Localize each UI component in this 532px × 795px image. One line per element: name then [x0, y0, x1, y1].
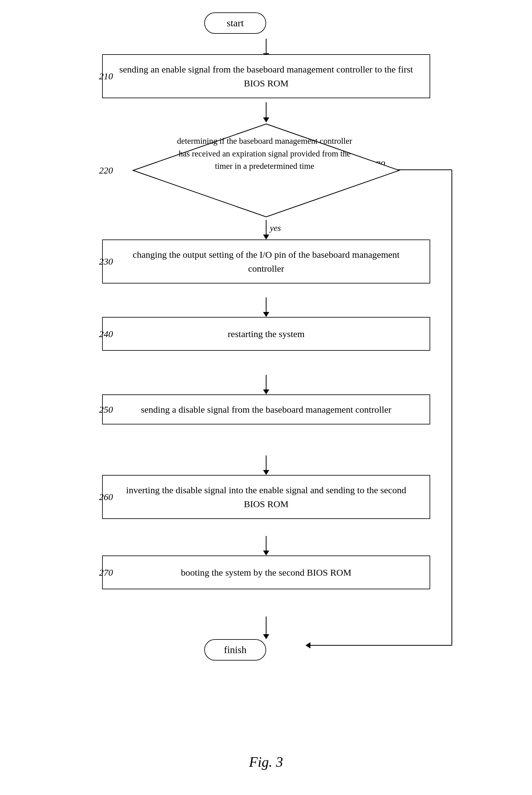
label-230: 230 [99, 256, 113, 267]
step-250-box: sending a disable signal from the basebo… [102, 394, 430, 424]
start-node: start [204, 12, 266, 34]
svg-marker-5 [263, 235, 269, 239]
step-250-row: 250 sending a disable signal from the ba… [102, 394, 430, 424]
svg-text:yes: yes [269, 223, 281, 233]
finish-node: finish [204, 639, 266, 661]
svg-marker-13 [263, 550, 269, 556]
label-220: 220 [99, 165, 113, 176]
svg-marker-3 [263, 118, 269, 122]
figure-caption: Fig. 3 [249, 754, 283, 770]
step-270-row: 270 booting the system by the second BIO… [102, 556, 430, 589]
step-230-row: 230 changing the output setting of the I… [102, 239, 430, 284]
start-label: start [204, 12, 266, 34]
svg-marker-19 [305, 642, 310, 648]
label-240: 240 [99, 329, 113, 339]
label-210: 210 [99, 71, 113, 82]
diagram-container: no yes start 210 sending an enable signa… [0, 0, 532, 795]
svg-marker-11 [263, 470, 269, 475]
svg-marker-15 [263, 634, 269, 639]
step-260-row: 260 inverting the disable signal into th… [102, 475, 430, 519]
step-230-box: changing the output setting of the I/O p… [102, 239, 430, 284]
step-210-row: 210 sending an enable signal from the ba… [102, 54, 430, 98]
step-240-row: 240 restarting the system [102, 317, 430, 351]
svg-marker-9 [263, 390, 269, 394]
diamond-220-svg: determining if the baseboard management … [132, 122, 401, 218]
svg-marker-7 [263, 312, 269, 317]
step-240-box: restarting the system [102, 317, 430, 351]
step-260-box: inverting the disable signal into the en… [102, 475, 430, 519]
step-270-box: booting the system by the second BIOS RO… [102, 556, 430, 589]
diamond-220-text: determining if the baseboard management … [169, 132, 361, 176]
label-260: 260 [99, 492, 113, 502]
finish-label: finish [204, 639, 266, 661]
label-270: 270 [99, 567, 113, 578]
step-220-row: 220 determining if the baseboard managem… [102, 122, 430, 218]
step-210-box: sending an enable signal from the basebo… [102, 54, 430, 98]
label-250: 250 [99, 404, 113, 415]
